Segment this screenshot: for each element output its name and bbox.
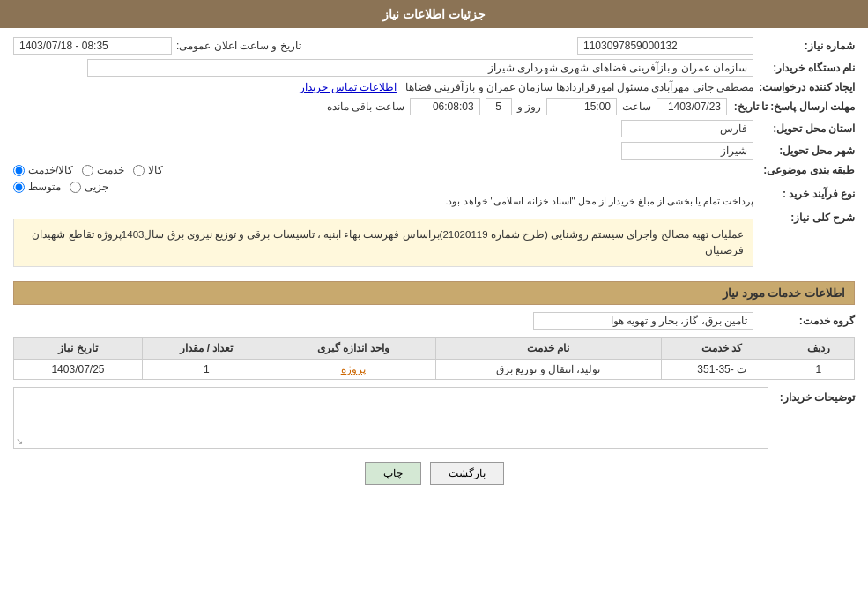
motavasset-label: متوسط [28,181,61,193]
shomare-niaz-value-cell: 1103097859000132 [306,37,753,55]
radio-jozi-input[interactable] [70,182,81,193]
resize-icon: ↘ [16,436,23,446]
buttons-row: بازگشت چاپ [13,462,855,485]
radio-kala-khedmat-input[interactable] [13,165,25,176]
jozi-label: جزیی [85,181,108,193]
khedmat-label: خدمت [97,164,124,176]
page-container: جزئیات اطلاعات نیاز شماره نیاز: 11030978… [0,0,868,609]
col-tarikh: تاریخ نیاز [14,337,143,359]
col-vahed: واحد اندازه گیری [271,337,435,359]
back-button[interactable]: بازگشت [430,462,504,485]
mohlat-date-time: 1403/07/23 ساعت 15:00 روز و 5 06:08:03 س… [13,98,727,115]
mohlat-time: 15:00 [546,98,617,115]
radio-kala-input[interactable] [133,165,145,176]
khadamat-section-title: اطلاعات خدمات مورد نیاز [13,281,855,305]
ijad-konande-label: ایجاد کننده درخواست: [758,81,855,93]
mohlat-value-cell: 1403/07/23 ساعت 15:00 روز و 5 06:08:03 س… [13,98,727,115]
sharh-value-cell: عملیات تهیه مصالح واجرای سیستم روشنایی (… [13,212,753,274]
services-table-head: ردیف کد خدمت نام خدمت واحد اندازه گیری ت… [14,337,855,359]
tosifat-textarea: ↘ [13,387,768,449]
shahr-value-cell: شیراز [13,142,753,160]
shomare-niaz-row: شماره نیاز: 1103097859000132 تاریخ و ساع… [13,37,855,55]
tabaqe-label: طبقه بندی موضوعی: [758,164,855,176]
cell-tedad: 1 [142,359,271,379]
shahr-row: شهر محل تحویل: شیراز [13,142,855,160]
noe-farayand-value: جزیی متوسط پرداخت تمام یا بخشی از مبلغ خ… [13,181,753,207]
radio-motavasset-input[interactable] [13,182,25,193]
tarikhe-elan-value: 1403/07/18 - 08:35 [13,37,172,55]
sharh-label: شرح کلی نیاز: [758,212,855,224]
grohe-khadamat-value: تامین برق، گاز، بخار و تهویه هوا [533,312,753,330]
nam-dastgah-value-cell: سازمان عمران و بازآفرینی فضاهای شهری شهر… [13,59,753,77]
mohlat-roz: 5 [486,98,512,115]
tarikhe-elan-label: تاریخ و ساعت اعلان عمومی: [176,40,301,52]
shomare-niaz-label: شماره نیاز: [758,40,855,52]
page-header: جزئیات اطلاعات نیاز [0,0,868,28]
ostan-value: فارس [621,120,753,137]
tosifat-label: توضیحات خریدار: [775,387,855,404]
grohe-khadamat-value-cell: تامین برق، گاز، بخار و تهویه هوا [13,312,753,330]
cell-kodKhadamat: ت -35-351 [661,359,783,379]
radio-kala-khedmat: کالا/خدمت [13,164,73,176]
main-content: شماره نیاز: 1103097859000132 تاریخ و ساع… [0,28,868,507]
sharh-value: عملیات تهیه مصالح واجرای سیستم روشنایی (… [13,219,753,267]
nam-dastgah-label: نام دستگاه خریدار: [758,62,855,74]
shomare-niaz-value: 1103097859000132 [577,37,753,55]
noe-farayand-note: پرداخت تمام یا بخشی از مبلغ خریدار از مح… [13,196,753,207]
cell-vahed: پروژه [271,359,435,379]
nam-dastgah-row: نام دستگاه خریدار: سازمان عمران و بازآفر… [13,59,855,77]
grohe-khadamat-label: گروه خدمت: [758,315,855,327]
shahr-value: شیراز [621,142,753,160]
col-kod: کد خدمت [661,337,783,359]
services-table: ردیف کد خدمت نام خدمت واحد اندازه گیری ت… [13,337,855,380]
noe-farayand-row: نوع فرآیند خرید : جزیی متوسط پرداخت تمام… [13,181,855,207]
noe-farayand-radios: جزیی متوسط [13,181,753,193]
nam-dastgah-value: سازمان عمران و بازآفرینی فضاهای شهری شهر… [87,59,753,77]
services-table-header-row: ردیف کد خدمت نام خدمت واحد اندازه گیری ت… [14,337,855,359]
mohlat-time-label: ساعت [622,100,651,113]
ijad-konande-link[interactable]: اطلاعات تماس خریدار [300,81,397,93]
ijad-konande-row: ایجاد کننده درخواست: مصطفی جانی مهرآبادی… [13,81,855,93]
col-tedad: تعداد / مقدار [142,337,271,359]
col-nam: نام خدمت [435,337,661,359]
radio-jozi: جزیی [70,181,108,193]
table-row: 1ت -35-351تولید، انتقال و توزیع برقپروژه… [14,359,855,379]
ostan-row: استان محل تحویل: فارس [13,120,855,137]
print-button[interactable]: چاپ [365,462,421,485]
radio-khedmat: خدمت [82,164,124,176]
ijad-konande-name: مصطفی جانی مهرآبادی مسئول امورقراردادها … [405,81,753,93]
cell-radif: 1 [783,359,854,379]
kala-khedmat-label: کالا/خدمت [28,164,73,176]
ostan-label: استان محل تحویل: [758,123,855,135]
mohlat-label: مهلت ارسال پاسخ: تا تاریخ: [731,100,855,113]
ijad-konande-value-cell: مصطفی جانی مهرآبادی مسئول امورقراردادها … [13,81,753,93]
mohlat-countdown-label: ساعت باقی مانده [327,100,404,113]
noe-farayand-label: نوع فرآیند خرید : [758,188,855,200]
grohe-khadamat-row: گروه خدمت: تامین برق، گاز، بخار و تهویه … [13,312,855,330]
ostan-value-cell: فارس [13,120,753,137]
mohlat-roz-label: روز و [517,100,541,113]
radio-khedmat-input[interactable] [82,165,93,176]
kala-label: کالا [148,164,163,176]
mohlat-row: مهلت ارسال پاسخ: تا تاریخ: 1403/07/23 سا… [13,98,855,115]
tabaqe-options: کالا خدمت کالا/خدمت [13,164,753,176]
mohlat-countdown: 06:08:03 [410,98,480,115]
shahr-label: شهر محل تحویل: [758,145,855,157]
cell-namKhadamat: تولید، انتقال و توزیع برق [435,359,661,379]
radio-motavasset: متوسط [13,181,61,193]
tosifat-row: توضیحات خریدار: ↘ [13,387,855,449]
col-radif: ردیف [783,337,854,359]
mohlat-date: 1403/07/23 [657,98,727,115]
sharh-row: شرح کلی نیاز: عملیات تهیه مصالح واجرای س… [13,212,855,274]
services-table-body: 1ت -35-351تولید، انتقال و توزیع برقپروژه… [14,359,855,379]
tabaqe-row: طبقه بندی موضوعی: کالا خدمت کالا/خدمت [13,164,855,176]
page-title: جزئیات اطلاعات نیاز [382,7,486,21]
radio-kala: کالا [133,164,163,176]
cell-tarikh: 1403/07/25 [14,359,143,379]
